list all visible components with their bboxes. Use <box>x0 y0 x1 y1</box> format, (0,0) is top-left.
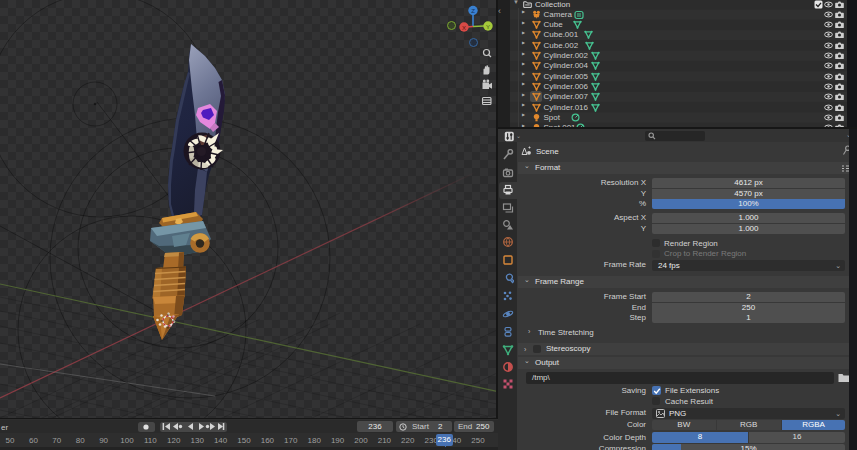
svg-text:Y: Y <box>486 24 490 30</box>
svg-text:X: X <box>462 25 466 31</box>
svg-text:Z: Z <box>471 8 475 14</box>
